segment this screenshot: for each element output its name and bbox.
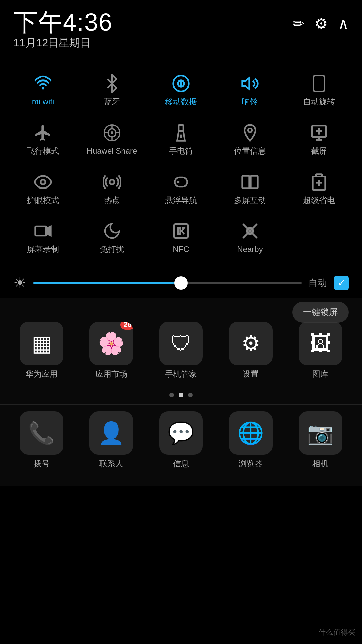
dock-icon-wrap-browser: 🌐 bbox=[229, 411, 273, 455]
tile-airplane[interactable]: 飞行模式 bbox=[10, 117, 76, 163]
app-badge-app-market: 26 bbox=[120, 322, 133, 330]
collapse-icon[interactable]: ∧ bbox=[338, 15, 349, 32]
dock-browser[interactable]: 🌐 浏览器 bbox=[219, 411, 282, 469]
app-app-market[interactable]: 🌸 26 应用市场 bbox=[80, 322, 143, 379]
dock-phone[interactable]: 📞 拨号 bbox=[10, 411, 73, 469]
tile-label-super-save: 超级省电 bbox=[303, 196, 335, 205]
tile-flashlight[interactable]: 手电筒 bbox=[148, 117, 214, 163]
tile-icon-dnd bbox=[103, 222, 121, 240]
tile-nfc[interactable]: NFC bbox=[148, 215, 214, 261]
app-icon-phone-manager: 🛡 bbox=[159, 322, 203, 365]
tile-icon-wifi bbox=[34, 74, 52, 93]
tile-label-huawei-share: Huawei Share bbox=[87, 146, 137, 156]
svg-point-23 bbox=[41, 180, 45, 184]
svg-point-10 bbox=[111, 132, 113, 133]
tile-hotspot[interactable]: 热点 bbox=[79, 166, 145, 212]
tile-icon-airplane bbox=[34, 123, 52, 142]
tile-bluetooth[interactable]: 蓝牙 bbox=[79, 67, 145, 113]
tile-icon-multiscreen bbox=[241, 173, 259, 192]
tile-icon-sound bbox=[241, 74, 259, 93]
divider-top bbox=[0, 57, 362, 57]
app-icon-gallery: 🖼 bbox=[299, 322, 342, 365]
tile-icon-eye-mode bbox=[34, 173, 52, 192]
tile-label-float-nav: 悬浮导航 bbox=[165, 196, 197, 205]
page-dots bbox=[0, 389, 362, 404]
svg-point-24 bbox=[110, 180, 114, 184]
tile-icon-flashlight bbox=[172, 123, 190, 142]
tile-wifi[interactable]: mi wifi bbox=[10, 67, 76, 113]
app-label-app-market: 应用市场 bbox=[95, 369, 127, 379]
tile-sound[interactable]: 响铃 bbox=[217, 67, 283, 113]
tile-label-location: 位置信息 bbox=[234, 146, 266, 156]
tile-location[interactable]: 位置信息 bbox=[217, 117, 283, 163]
dock-icon-wrap-messages: 💬 bbox=[159, 411, 203, 455]
app-phone-manager[interactable]: 🛡 手机管家 bbox=[149, 322, 213, 379]
app-gallery[interactable]: 🖼 图库 bbox=[289, 322, 352, 379]
svg-rect-34 bbox=[35, 226, 46, 236]
app-icon-wrap-huawei-apps: ▦ bbox=[20, 322, 63, 365]
tile-label-screen-record: 屏幕录制 bbox=[27, 245, 59, 254]
tile-mobile-data[interactable]: 移动数据 bbox=[148, 67, 214, 113]
tile-multiscreen[interactable]: 多屏互动 bbox=[217, 166, 283, 212]
dock-icon-wrap-phone: 📞 bbox=[20, 411, 63, 455]
dock-contacts[interactable]: 👤 联系人 bbox=[80, 411, 143, 469]
svg-point-26 bbox=[177, 181, 179, 183]
tiles-grid: mi wifi 蓝牙 移动数据 响铃 bbox=[10, 67, 352, 261]
brightness-auto-label: 自动 bbox=[308, 277, 327, 289]
dock-label-browser: 浏览器 bbox=[239, 458, 263, 469]
edit-icon[interactable]: ✏ bbox=[292, 15, 305, 32]
brightness-fill bbox=[33, 282, 181, 284]
app-label-phone-manager: 手机管家 bbox=[165, 369, 197, 379]
dock-label-messages: 信息 bbox=[173, 458, 189, 469]
tile-rotation[interactable]: 自动旋转 bbox=[286, 67, 352, 113]
brightness-thumb[interactable] bbox=[174, 276, 188, 290]
dock-icon-phone: 📞 bbox=[20, 411, 63, 455]
tile-dnd[interactable]: 免打扰 bbox=[79, 215, 145, 261]
status-icons: ✏ ⚙ ∧ bbox=[292, 10, 349, 32]
tile-label-wifi: mi wifi bbox=[32, 97, 54, 107]
app-settings[interactable]: ⚙ 设置 bbox=[219, 322, 282, 379]
svg-rect-6 bbox=[314, 76, 325, 92]
tile-icon-nfc bbox=[172, 222, 190, 240]
tile-huawei-share[interactable]: Huawei Share bbox=[79, 117, 145, 163]
tile-screenshot[interactable]: 截屏 bbox=[286, 117, 352, 163]
svg-marker-5 bbox=[242, 78, 249, 89]
app-huawei-apps[interactable]: ▦ 华为应用 bbox=[10, 322, 73, 379]
tile-label-sound: 响铃 bbox=[242, 97, 258, 107]
tile-super-save[interactable]: 超级省电 bbox=[286, 166, 352, 212]
brightness-auto-checkbox[interactable] bbox=[334, 276, 349, 290]
tile-label-flashlight: 手电筒 bbox=[169, 146, 193, 156]
svg-point-17 bbox=[248, 128, 252, 132]
tile-label-screenshot: 截屏 bbox=[311, 146, 327, 156]
dock-icon-messages: 💬 bbox=[159, 411, 203, 455]
settings-icon[interactable]: ⚙ bbox=[315, 15, 328, 32]
tile-label-multiscreen: 多屏互动 bbox=[234, 196, 266, 205]
tile-icon-mobile-data bbox=[172, 74, 190, 93]
tile-float-nav[interactable]: 悬浮导航 bbox=[148, 166, 214, 212]
dock-icon-camera: 📷 bbox=[299, 411, 342, 455]
app-label-settings: 设置 bbox=[243, 369, 259, 379]
status-bar: 下午4:36 11月12日星期日 ✏ ⚙ ∧ bbox=[0, 0, 362, 54]
brightness-row: ☀ 自动 bbox=[0, 268, 362, 298]
dock-messages[interactable]: 💬 信息 bbox=[149, 411, 213, 469]
page-dot-0 bbox=[169, 393, 174, 397]
tile-icon-screen-record bbox=[34, 222, 52, 240]
lock-screen-button[interactable]: 一键锁屏 bbox=[292, 302, 349, 323]
tile-icon-nearby bbox=[241, 222, 259, 240]
dock-icon-wrap-contacts: 👤 bbox=[89, 411, 133, 455]
tile-icon-location bbox=[241, 123, 259, 142]
tile-screen-record[interactable]: 屏幕录制 bbox=[10, 215, 76, 261]
time-block: 下午4:36 11月12日星期日 bbox=[13, 10, 113, 50]
tile-label-eye-mode: 护眼模式 bbox=[27, 196, 59, 205]
tile-nearby[interactable]: Nearby bbox=[217, 215, 283, 261]
bottom-section: 一键锁屏 ▦ 华为应用 🌸 26 应用市场 🛡 手机管家 ⚙ 设置 🖼 bbox=[0, 298, 362, 486]
tile-icon-huawei-share bbox=[103, 123, 121, 142]
dock: 📞 拨号 👤 联系人 💬 信息 🌐 浏览器 📷 相机 bbox=[0, 404, 362, 479]
tile-label-nfc: NFC bbox=[173, 245, 189, 254]
tile-icon-hotspot bbox=[103, 173, 121, 192]
dock-camera[interactable]: 📷 相机 bbox=[289, 411, 352, 469]
app-icon-huawei-apps: ▦ bbox=[20, 322, 63, 365]
tile-eye-mode[interactable]: 护眼模式 bbox=[10, 166, 76, 212]
brightness-slider[interactable] bbox=[33, 282, 302, 284]
page-dot-2 bbox=[188, 393, 193, 397]
